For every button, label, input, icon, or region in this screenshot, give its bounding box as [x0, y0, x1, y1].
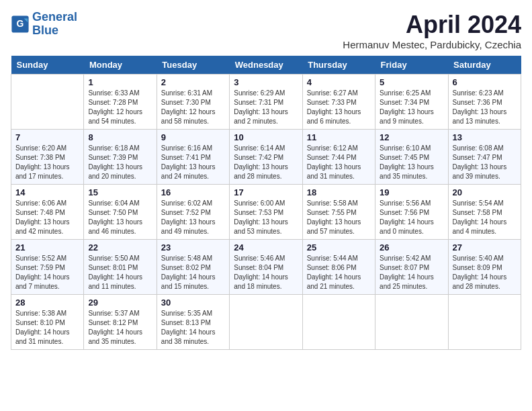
day-info: Sunrise: 5:42 AM Sunset: 8:07 PM Dayligh… — [380, 254, 443, 291]
week-row-3: 14Sunrise: 6:06 AM Sunset: 7:48 PM Dayli… — [11, 185, 521, 240]
weekday-header-saturday: Saturday — [448, 56, 521, 75]
calendar-cell: 1Sunrise: 6:33 AM Sunset: 7:28 PM Daylig… — [84, 75, 157, 130]
day-number: 13 — [453, 132, 517, 142]
calendar-cell: 14Sunrise: 6:06 AM Sunset: 7:48 PM Dayli… — [11, 185, 84, 240]
month-title: April 2024 — [343, 11, 521, 39]
calendar-cell: 11Sunrise: 6:12 AM Sunset: 7:44 PM Dayli… — [302, 130, 375, 185]
calendar-cell: 12Sunrise: 6:10 AM Sunset: 7:45 PM Dayli… — [375, 130, 448, 185]
header: G General Blue April 2024 Hermanuv Meste… — [11, 11, 521, 50]
day-info: Sunrise: 6:33 AM Sunset: 7:28 PM Dayligh… — [88, 89, 152, 126]
day-number: 7 — [15, 132, 79, 142]
weekday-header-sunday: Sunday — [11, 56, 84, 75]
day-number: 4 — [307, 77, 371, 87]
day-info: Sunrise: 6:25 AM Sunset: 7:34 PM Dayligh… — [380, 89, 443, 126]
calendar-cell: 6Sunrise: 6:23 AM Sunset: 7:36 PM Daylig… — [448, 75, 521, 130]
weekday-header-wednesday: Wednesday — [230, 56, 302, 75]
calendar-cell: 8Sunrise: 6:18 AM Sunset: 7:39 PM Daylig… — [84, 130, 157, 185]
day-number: 11 — [307, 132, 371, 142]
day-info: Sunrise: 6:29 AM Sunset: 7:31 PM Dayligh… — [234, 89, 298, 126]
day-info: Sunrise: 6:20 AM Sunset: 7:38 PM Dayligh… — [15, 144, 79, 181]
title-area: April 2024 Hermanuv Mestec, Pardubicky, … — [343, 11, 521, 50]
day-number: 30 — [161, 298, 225, 308]
week-row-4: 21Sunrise: 5:52 AM Sunset: 7:59 PM Dayli… — [11, 240, 521, 295]
day-number: 28 — [15, 298, 79, 308]
logo-text: General Blue — [32, 11, 77, 38]
calendar-cell: 2Sunrise: 6:31 AM Sunset: 7:30 PM Daylig… — [157, 75, 229, 130]
day-info: Sunrise: 6:00 AM Sunset: 7:53 PM Dayligh… — [234, 199, 298, 236]
day-number: 18 — [307, 187, 371, 197]
calendar-cell: 27Sunrise: 5:40 AM Sunset: 8:09 PM Dayli… — [448, 240, 521, 295]
day-info: Sunrise: 6:06 AM Sunset: 7:48 PM Dayligh… — [15, 199, 79, 236]
logo: G General Blue — [11, 11, 77, 38]
day-info: Sunrise: 5:50 AM Sunset: 8:01 PM Dayligh… — [88, 254, 152, 291]
day-info: Sunrise: 5:37 AM Sunset: 8:12 PM Dayligh… — [88, 309, 152, 347]
day-number: 17 — [234, 187, 298, 197]
day-info: Sunrise: 6:31 AM Sunset: 7:30 PM Dayligh… — [161, 89, 225, 126]
calendar-cell: 10Sunrise: 6:14 AM Sunset: 7:42 PM Dayli… — [230, 130, 302, 185]
calendar-cell: 28Sunrise: 5:38 AM Sunset: 8:10 PM Dayli… — [11, 295, 84, 350]
day-info: Sunrise: 5:46 AM Sunset: 8:04 PM Dayligh… — [234, 254, 298, 291]
day-info: Sunrise: 6:18 AM Sunset: 7:39 PM Dayligh… — [88, 144, 152, 181]
calendar-cell: 22Sunrise: 5:50 AM Sunset: 8:01 PM Dayli… — [84, 240, 157, 295]
calendar-cell — [230, 295, 302, 350]
day-number: 10 — [234, 132, 298, 142]
week-row-5: 28Sunrise: 5:38 AM Sunset: 8:10 PM Dayli… — [11, 295, 521, 350]
weekday-header-thursday: Thursday — [302, 56, 375, 75]
day-number: 26 — [380, 242, 443, 253]
day-number: 25 — [307, 242, 371, 253]
calendar-cell: 16Sunrise: 6:02 AM Sunset: 7:52 PM Dayli… — [157, 185, 229, 240]
calendar-cell: 13Sunrise: 6:08 AM Sunset: 7:47 PM Dayli… — [448, 130, 521, 185]
day-number: 3 — [234, 77, 298, 87]
calendar-cell: 26Sunrise: 5:42 AM Sunset: 8:07 PM Dayli… — [375, 240, 448, 295]
day-number: 1 — [88, 77, 152, 87]
logo-icon: G — [11, 15, 30, 34]
day-number: 29 — [88, 298, 152, 308]
calendar-cell: 25Sunrise: 5:44 AM Sunset: 8:06 PM Dayli… — [302, 240, 375, 295]
calendar-cell — [302, 295, 375, 350]
calendar-cell: 15Sunrise: 6:04 AM Sunset: 7:50 PM Dayli… — [84, 185, 157, 240]
calendar-cell: 5Sunrise: 6:25 AM Sunset: 7:34 PM Daylig… — [375, 75, 448, 130]
day-number: 27 — [453, 242, 517, 253]
calendar-cell: 23Sunrise: 5:48 AM Sunset: 8:02 PM Dayli… — [157, 240, 229, 295]
day-number: 23 — [161, 242, 225, 253]
day-number: 6 — [453, 77, 517, 87]
day-number: 5 — [380, 77, 443, 87]
day-info: Sunrise: 5:58 AM Sunset: 7:55 PM Dayligh… — [307, 199, 371, 236]
day-info: Sunrise: 6:27 AM Sunset: 7:33 PM Dayligh… — [307, 89, 371, 126]
day-info: Sunrise: 6:16 AM Sunset: 7:41 PM Dayligh… — [161, 144, 225, 181]
day-number: 24 — [234, 242, 298, 253]
day-info: Sunrise: 5:38 AM Sunset: 8:10 PM Dayligh… — [15, 309, 79, 347]
day-number: 9 — [161, 132, 225, 142]
calendar-cell: 9Sunrise: 6:16 AM Sunset: 7:41 PM Daylig… — [157, 130, 229, 185]
day-number: 2 — [161, 77, 225, 87]
svg-text:G: G — [17, 18, 24, 29]
day-number: 14 — [15, 187, 79, 197]
calendar-cell — [448, 295, 521, 350]
day-info: Sunrise: 5:35 AM Sunset: 8:13 PM Dayligh… — [161, 309, 225, 347]
day-number: 12 — [380, 132, 443, 142]
day-info: Sunrise: 6:12 AM Sunset: 7:44 PM Dayligh… — [307, 144, 371, 181]
day-info: Sunrise: 6:23 AM Sunset: 7:36 PM Dayligh… — [453, 89, 517, 126]
calendar-cell: 19Sunrise: 5:56 AM Sunset: 7:56 PM Dayli… — [375, 185, 448, 240]
week-row-2: 7Sunrise: 6:20 AM Sunset: 7:38 PM Daylig… — [11, 130, 521, 185]
day-number: 16 — [161, 187, 225, 197]
week-row-1: 1Sunrise: 6:33 AM Sunset: 7:28 PM Daylig… — [11, 75, 521, 130]
calendar-cell: 24Sunrise: 5:46 AM Sunset: 8:04 PM Dayli… — [230, 240, 302, 295]
day-info: Sunrise: 5:44 AM Sunset: 8:06 PM Dayligh… — [307, 254, 371, 291]
day-number: 19 — [380, 187, 443, 197]
calendar-cell: 29Sunrise: 5:37 AM Sunset: 8:12 PM Dayli… — [84, 295, 157, 350]
day-info: Sunrise: 6:02 AM Sunset: 7:52 PM Dayligh… — [161, 199, 225, 236]
calendar-table: SundayMondayTuesdayWednesdayThursdayFrid… — [11, 56, 521, 350]
weekday-header-friday: Friday — [375, 56, 448, 75]
calendar-cell: 17Sunrise: 6:00 AM Sunset: 7:53 PM Dayli… — [230, 185, 302, 240]
location-subtitle: Hermanuv Mestec, Pardubicky, Czechia — [343, 39, 521, 50]
calendar-cell: 30Sunrise: 5:35 AM Sunset: 8:13 PM Dayli… — [157, 295, 229, 350]
day-info: Sunrise: 6:14 AM Sunset: 7:42 PM Dayligh… — [234, 144, 298, 181]
weekday-header-monday: Monday — [84, 56, 157, 75]
day-info: Sunrise: 6:08 AM Sunset: 7:47 PM Dayligh… — [453, 144, 517, 181]
day-info: Sunrise: 5:54 AM Sunset: 7:58 PM Dayligh… — [453, 199, 517, 236]
calendar-cell — [375, 295, 448, 350]
calendar-cell — [11, 75, 84, 130]
calendar-cell: 18Sunrise: 5:58 AM Sunset: 7:55 PM Dayli… — [302, 185, 375, 240]
calendar-cell: 7Sunrise: 6:20 AM Sunset: 7:38 PM Daylig… — [11, 130, 84, 185]
